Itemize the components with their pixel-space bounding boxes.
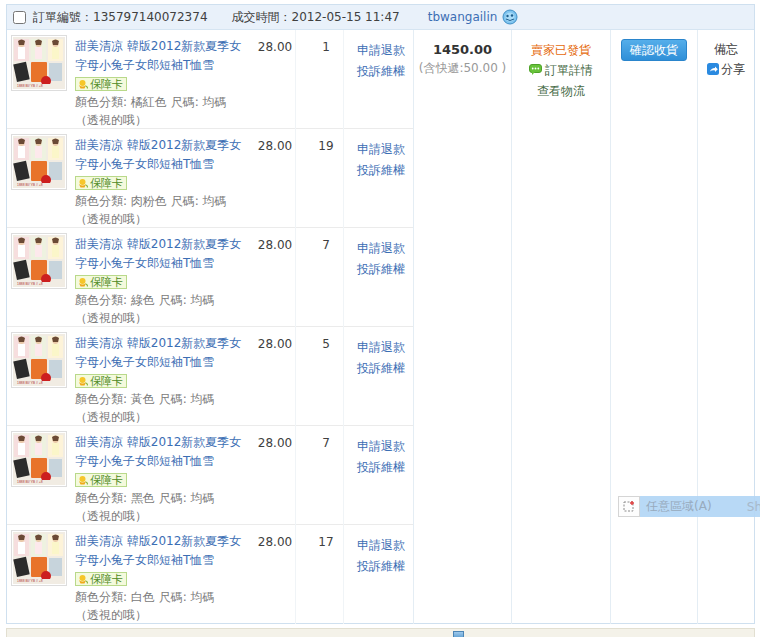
order-time-value: 2012-05-15 11:47 — [292, 10, 400, 24]
warranty-card-badge: 保障卡 — [75, 374, 127, 388]
item-attributes: 顏色分類: 綠色 尺碼: 均碼 — [75, 291, 247, 309]
svg-text:1888 BI/ YB # +8: 1888 BI/ YB # +8 — [17, 381, 43, 385]
order-item-row: 1888 BI/ YB # +8 甜美清凉 韓版2012新款夏季女 字母小兔子女… — [7, 228, 413, 327]
product-title-link[interactable]: 甜美清凉 韓版2012新款夏季女 字母小兔子女郎短袖T恤雪 — [75, 136, 247, 174]
product-title-link[interactable]: 甜美清凉 韓版2012新款夏季女 字母小兔子女郎短袖T恤雪 — [75, 532, 247, 570]
capture-menu-item-any-region[interactable]: 任意區域(A) Sh — [640, 496, 760, 517]
warranty-card-badge: 保障卡 — [75, 176, 127, 190]
item-note: （透視的哦） — [75, 606, 247, 624]
product-title-link[interactable]: 甜美清凉 韓版2012新款夏季女 字母小兔子女郎短袖T恤雪 — [75, 235, 247, 273]
order-time-label: 成交時間： — [232, 9, 292, 26]
chat-bubble-icon — [529, 61, 542, 81]
order-body: 1888 BI/ YB # +8 甜美清凉 韓版2012新款夏季女 字母小兔子女… — [7, 30, 754, 624]
product-thumbnail[interactable]: 1888 BI/ YB # +8 — [11, 431, 67, 487]
complaint-link[interactable]: 投訴維權 — [349, 358, 413, 379]
item-attributes: 顏色分類: 肉粉色 尺碼: 均碼 — [75, 192, 247, 210]
capture-tool-overlay: 任意區域(A) Sh — [618, 496, 760, 517]
item-note: （透視的哦） — [75, 507, 247, 525]
order-header-bar: 訂單編號： 135797140072374 成交時間： 2012-05-15 1… — [7, 5, 754, 30]
item-price: 28.00 — [247, 139, 303, 153]
memo-link[interactable]: 備忘 — [714, 42, 738, 56]
complaint-link[interactable]: 投訴維權 — [349, 259, 413, 280]
order-block: 訂單編號： 135797140072374 成交時間： 2012-05-15 1… — [6, 4, 755, 624]
item-price: 28.00 — [247, 40, 303, 54]
warranty-card-label: 保障卡 — [90, 78, 123, 91]
warranty-card-badge: 保障卡 — [75, 77, 127, 91]
refund-request-link[interactable]: 申請退款 — [349, 40, 413, 61]
item-attributes: 顏色分類: 黑色 尺碼: 均碼 — [75, 489, 247, 507]
refund-request-link[interactable]: 申請退款 — [349, 436, 413, 457]
warranty-card-label: 保障卡 — [90, 276, 123, 289]
warranty-card-label: 保障卡 — [90, 474, 123, 487]
order-memo-cell: 備忘 分享 — [697, 30, 754, 624]
complaint-link[interactable]: 投訴維權 — [349, 556, 413, 577]
next-order-thumbnail-icon — [453, 631, 464, 637]
order-total-amount: 1450.00 — [414, 40, 511, 59]
refund-request-link[interactable]: 申請退款 — [349, 535, 413, 556]
order-status-cell: 賣家已發貨 訂單詳情 查看物流 — [511, 30, 610, 624]
order-item-row: 1888 BI/ YB # +8 甜美清凉 韓版2012新款夏季女 字母小兔子女… — [7, 129, 413, 228]
product-thumbnail[interactable]: 1888 BI/ YB # +8 — [11, 35, 67, 91]
item-note: （透視的哦） — [75, 210, 247, 228]
capture-menu-shortcut: Sh — [747, 500, 760, 514]
item-quantity: 7 — [303, 238, 349, 252]
product-thumbnail[interactable]: 1888 BI/ YB # +8 — [11, 530, 67, 586]
order-shipping-note: (含快遞:50.00 ) — [414, 59, 511, 77]
product-title-link[interactable]: 甜美清凉 韓版2012新款夏季女 字母小兔子女郎短袖T恤雪 — [75, 37, 247, 75]
complaint-link[interactable]: 投訴維權 — [349, 160, 413, 181]
order-item-row: 1888 BI/ YB # +8 甜美清凉 韓版2012新款夏季女 字母小兔子女… — [7, 525, 413, 624]
warranty-card-label: 保障卡 — [90, 177, 123, 190]
item-quantity: 7 — [303, 436, 349, 450]
item-note: （透視的哦） — [75, 111, 247, 129]
item-attributes: 顏色分類: 白色 尺碼: 均碼 — [75, 588, 247, 606]
refund-request-link[interactable]: 申請退款 — [349, 337, 413, 358]
item-attributes: 顏色分類: 橘紅色 尺碼: 均碼 — [75, 93, 247, 111]
share-icon — [707, 61, 719, 81]
item-price: 28.00 — [247, 535, 303, 549]
order-items-list: 1888 BI/ YB # +8 甜美清凉 韓版2012新款夏季女 字母小兔子女… — [7, 30, 413, 624]
refund-request-link[interactable]: 申請退款 — [349, 139, 413, 160]
logistics-link[interactable]: 查看物流 — [537, 84, 585, 98]
svg-text:1888 BI/ YB # +8: 1888 BI/ YB # +8 — [17, 183, 43, 187]
wangwang-chat-icon[interactable] — [502, 9, 518, 25]
next-order-section-bar — [6, 628, 755, 637]
item-price: 28.00 — [247, 337, 303, 351]
item-price: 28.00 — [247, 238, 303, 252]
warranty-card-badge: 保障卡 — [75, 473, 127, 487]
warranty-card-badge: 保障卡 — [75, 572, 127, 586]
svg-text:1888 BI/ YB # +8: 1888 BI/ YB # +8 — [17, 579, 43, 583]
svg-text:1888 BI/ YB # +8: 1888 BI/ YB # +8 — [17, 84, 43, 88]
item-quantity: 19 — [303, 139, 349, 153]
item-quantity: 5 — [303, 337, 349, 351]
order-action-cell: 確認收貨 — [610, 30, 697, 624]
capture-menu-label: 任意區域(A) — [646, 498, 712, 515]
order-detail-line: 訂單詳情 — [512, 60, 610, 81]
item-note: （透視的哦） — [75, 309, 247, 327]
warranty-card-badge: 保障卡 — [75, 275, 127, 289]
product-title-link[interactable]: 甜美清凉 韓版2012新款夏季女 字母小兔子女郎短袖T恤雪 — [75, 334, 247, 372]
item-quantity: 1 — [303, 40, 349, 54]
product-thumbnail[interactable]: 1888 BI/ YB # +8 — [11, 134, 67, 190]
order-item-row: 1888 BI/ YB # +8 甜美清凉 韓版2012新款夏季女 字母小兔子女… — [7, 426, 413, 525]
warranty-card-label: 保障卡 — [90, 573, 123, 586]
order-item-row: 1888 BI/ YB # +8 甜美清凉 韓版2012新款夏季女 字母小兔子女… — [7, 327, 413, 426]
product-thumbnail[interactable]: 1888 BI/ YB # +8 — [11, 332, 67, 388]
svg-text:1888 BI/ YB # +8: 1888 BI/ YB # +8 — [17, 282, 43, 286]
order-select-checkbox[interactable] — [13, 11, 26, 24]
share-link[interactable]: 分享 — [721, 62, 745, 76]
capture-region-icon — [618, 496, 640, 517]
order-detail-link[interactable]: 訂單詳情 — [545, 63, 593, 77]
order-id-label: 訂單編號： — [33, 9, 93, 26]
item-note: （透視的哦） — [75, 408, 247, 426]
seller-name-link[interactable]: tbwangailin — [428, 10, 498, 24]
complaint-link[interactable]: 投訴維權 — [349, 61, 413, 82]
item-price: 28.00 — [247, 436, 303, 450]
order-status-text: 賣家已發貨 — [512, 40, 610, 60]
item-attributes: 顏色分類: 黃色 尺碼: 均碼 — [75, 390, 247, 408]
refund-request-link[interactable]: 申請退款 — [349, 238, 413, 259]
product-thumbnail[interactable]: 1888 BI/ YB # +8 — [11, 233, 67, 289]
confirm-receipt-button[interactable]: 確認收貨 — [621, 39, 687, 61]
product-title-link[interactable]: 甜美清凉 韓版2012新款夏季女 字母小兔子女郎短袖T恤雪 — [75, 433, 247, 471]
complaint-link[interactable]: 投訴維權 — [349, 457, 413, 478]
item-quantity: 17 — [303, 535, 349, 549]
